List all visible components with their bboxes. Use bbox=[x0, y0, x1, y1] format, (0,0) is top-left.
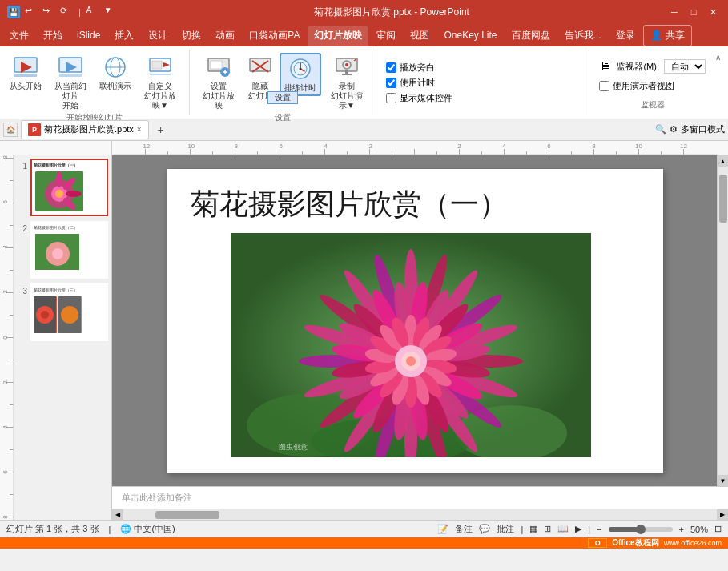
rehearse-button[interactable]: 排练计时 bbox=[280, 53, 321, 96]
fit-window-icon[interactable]: ⊡ bbox=[714, 524, 722, 534]
normal-view-icon[interactable]: ▦ bbox=[529, 524, 537, 534]
notes-area[interactable]: 单击此处添加备注 bbox=[112, 486, 728, 509]
maximize-button[interactable]: □ bbox=[685, 3, 702, 21]
zoom-in-icon[interactable]: + bbox=[679, 525, 684, 534]
qa-bar: O Office教程网 www.office26.com bbox=[0, 537, 728, 549]
use-timings-checkbox[interactable] bbox=[386, 78, 396, 88]
reading-view-icon[interactable]: 📖 bbox=[557, 524, 569, 534]
svg-rect-6 bbox=[59, 74, 82, 77]
settings-group-label: 设置 bbox=[275, 112, 291, 125]
v-ruler bbox=[0, 155, 14, 520]
zoom-slider[interactable] bbox=[609, 527, 673, 532]
format-icon[interactable]: A bbox=[86, 6, 99, 18]
save-icon[interactable]: 💾 bbox=[7, 6, 20, 18]
slide-thumb-2[interactable]: 2 菊花摄影图片欣赏（二） bbox=[18, 221, 108, 279]
use-timings-label: 使用计时 bbox=[400, 77, 435, 89]
undo-icon[interactable]: ↩ bbox=[25, 6, 38, 18]
slide-thumbnail-list: 1 菊花摄影图片欣赏（一） bbox=[14, 155, 111, 520]
comment-icon[interactable]: 💬 bbox=[479, 524, 490, 534]
menu-file[interactable]: 文件 bbox=[3, 26, 35, 46]
zoom-thumb[interactable] bbox=[636, 525, 646, 534]
from-current-button[interactable]: 从当前幻灯片 开始 bbox=[48, 53, 93, 112]
ribbon-collapse-button[interactable]: ∧ bbox=[715, 53, 721, 62]
slide-title: 菊花摄影图片欣赏（一） bbox=[191, 185, 639, 224]
ribbon-collapse-area: ∧ bbox=[715, 50, 728, 115]
v-scroll-thumb[interactable] bbox=[719, 175, 727, 223]
slide-img-2[interactable]: 菊花摄影图片欣赏（二） bbox=[30, 221, 108, 279]
ribbon: 从头开始 从当前幻灯片 开始 bbox=[0, 46, 728, 119]
scroll-left-button[interactable]: ◀ bbox=[112, 509, 123, 521]
h-ruler bbox=[112, 141, 717, 155]
menu-home[interactable]: 开始 bbox=[37, 26, 69, 46]
menu-login[interactable]: 登录 bbox=[609, 26, 642, 46]
menu-insert[interactable]: 插入 bbox=[108, 26, 140, 46]
monitor-select[interactable]: 自动 bbox=[664, 59, 706, 74]
play-narration-checkbox[interactable] bbox=[386, 62, 396, 73]
settings-icon[interactable]: ⚙ bbox=[670, 124, 678, 135]
svg-point-37 bbox=[56, 171, 62, 187]
menu-design[interactable]: 设计 bbox=[142, 26, 174, 46]
slide-thumb-3[interactable]: 3 菊花摄影图片欣赏（三） bbox=[18, 283, 108, 341]
menu-tellme[interactable]: 告诉我... bbox=[558, 26, 608, 46]
title-bar-left: 💾 ↩ ↪ ⟳ | A ▼ bbox=[6, 6, 118, 18]
office-logo: O bbox=[588, 538, 607, 548]
more-qs-icon[interactable]: ▼ bbox=[104, 6, 117, 18]
zoom-out-icon[interactable]: − bbox=[597, 525, 601, 534]
menu-baidu[interactable]: 百度网盘 bbox=[505, 26, 557, 46]
svg-rect-3 bbox=[14, 74, 37, 77]
menu-animation[interactable]: 动画 bbox=[209, 26, 241, 46]
play-narration-row: 播放旁白 bbox=[386, 62, 579, 74]
menu-view[interactable]: 视图 bbox=[404, 26, 436, 46]
menu-share[interactable]: 👤 共享 bbox=[643, 25, 692, 46]
slide-thumb-1[interactable]: 1 菊花摄影图片欣赏（一） bbox=[18, 159, 108, 216]
redo-icon[interactable]: ↪ bbox=[42, 6, 55, 18]
file-tab-name: 菊花摄影图片欣赏.pptx bbox=[44, 123, 134, 135]
close-button[interactable]: ✕ bbox=[704, 3, 722, 21]
custom-show-button[interactable]: 自定义 幻灯片放映▼ bbox=[138, 53, 183, 112]
h-scrollbar[interactable]: ◀ ▶ bbox=[112, 509, 728, 520]
scroll-down-button[interactable]: ▼ bbox=[718, 475, 729, 486]
menu-onekey[interactable]: OneKey Lite bbox=[437, 26, 503, 44]
slide-sorter-icon[interactable]: ⊞ bbox=[544, 524, 551, 534]
show-media-checkbox[interactable] bbox=[386, 93, 396, 103]
window-mode-icon[interactable]: 多窗口模式 bbox=[681, 123, 725, 135]
record-button[interactable]: 录制 幻灯片演示▼ bbox=[324, 53, 369, 112]
slide-flower-image: 图虫创意 bbox=[231, 233, 591, 457]
menu-slideshow[interactable]: 幻灯片放映 bbox=[308, 26, 368, 46]
refresh-icon[interactable]: ⟳ bbox=[60, 6, 73, 18]
menu-review[interactable]: 审阅 bbox=[370, 26, 402, 46]
search-icon[interactable]: 🔍 bbox=[655, 124, 666, 135]
online-present-label: 联机演示 bbox=[99, 82, 131, 91]
v-scrollbar[interactable]: ▲ ▼ bbox=[717, 155, 728, 486]
file-tab-close[interactable]: × bbox=[137, 125, 142, 134]
slide-img-1[interactable]: 菊花摄影图片欣赏（一） bbox=[30, 159, 108, 216]
minimize-button[interactable]: ─ bbox=[666, 3, 683, 21]
workspace: 1 菊花摄影图片欣赏（一） bbox=[0, 141, 728, 520]
scroll-right-button[interactable]: ▶ bbox=[717, 509, 728, 521]
lang-area: 🌐 中文(中国) bbox=[120, 523, 175, 535]
h-scroll-track[interactable] bbox=[123, 509, 717, 521]
svg-rect-31 bbox=[342, 74, 352, 75]
record-icon bbox=[334, 54, 360, 80]
online-present-button[interactable]: 联机演示 bbox=[96, 53, 135, 93]
custom-show-label: 自定义 幻灯片放映▼ bbox=[141, 82, 179, 111]
scroll-up-button[interactable]: ▲ bbox=[718, 155, 729, 167]
monitor-icon: 🖥 bbox=[599, 59, 612, 74]
menu-islide[interactable]: iSlide bbox=[70, 26, 107, 44]
svg-point-113 bbox=[406, 356, 416, 366]
h-scroll-thumb[interactable] bbox=[155, 511, 219, 519]
presenter-view-checkbox[interactable] bbox=[599, 81, 609, 91]
file-tab[interactable]: P 菊花摄影图片欣赏.pptx × bbox=[21, 120, 149, 139]
from-current-label: 从当前幻灯片 开始 bbox=[51, 82, 90, 111]
slideshow-icon[interactable]: ▶ bbox=[575, 524, 581, 534]
menu-pocket-pa[interactable]: 口袋动画PA bbox=[243, 26, 306, 46]
from-start-button[interactable]: 从头开始 bbox=[6, 53, 45, 93]
slide-img-3[interactable]: 菊花摄影图片欣赏（三） bbox=[30, 283, 108, 341]
status-right: 📝 备注 💬 批注 | ▦ ⊞ 📖 ▶ | − + 50% ⊡ bbox=[437, 523, 722, 535]
v-scroll-track[interactable] bbox=[719, 167, 727, 475]
settings-indicator: 设置 bbox=[267, 91, 298, 104]
notes-icon[interactable]: 📝 bbox=[437, 524, 448, 534]
menu-transition[interactable]: 切换 bbox=[175, 26, 207, 46]
new-tab-button[interactable]: + bbox=[152, 121, 170, 139]
setup-slideshow-button[interactable]: 设置 幻灯片放映 bbox=[196, 53, 241, 112]
